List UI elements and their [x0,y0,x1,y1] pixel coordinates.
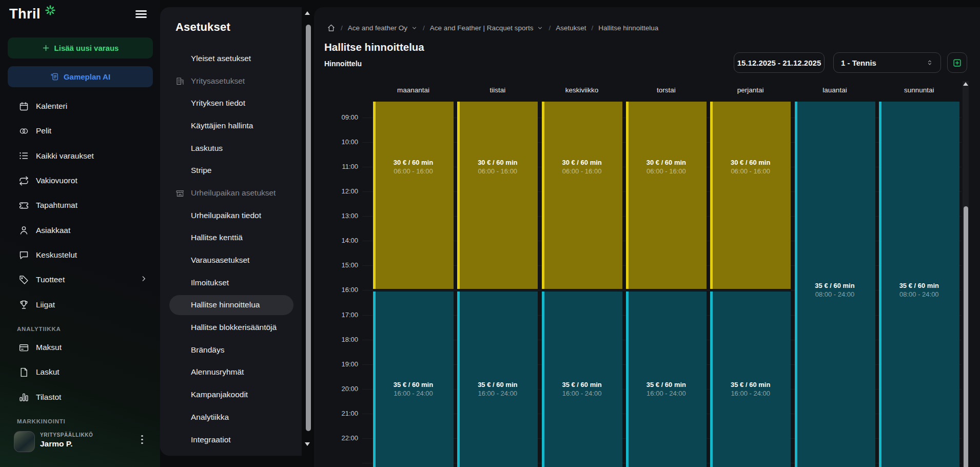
block-accent-stripe [457,291,460,467]
pricing-block-keskiviikko-teal[interactable]: 35 € / 60 min16:00 - 24:00 [542,291,622,467]
sidebar: Thril Lisää uusi varaus Gameplan AI Kale… [0,0,160,467]
tag-icon [18,275,29,285]
date-range-button[interactable]: 15.12.2025 - 21.12.2025 [734,52,825,73]
settings-item-valtuutukset[interactable]: Valtuutukset [160,451,302,456]
home-icon[interactable] [327,24,336,32]
pricing-block-perjantai-yellow[interactable]: 30 € / 60 min06:00 - 16:00 [710,102,791,289]
breadcrumb-item[interactable]: Ace and Feather | Racquet sports [430,24,544,32]
block-accent-stripe [542,291,544,467]
plus-icon [42,44,50,52]
settings-item-urheilupaikan-tiedot[interactable]: Urheilupaikan tiedot [160,204,302,227]
sidebar-item-label: Laskut [36,367,60,377]
sidebar-item-asiakkaat[interactable]: Asiakkaat [0,218,160,242]
pricing-block-tiistai-yellow[interactable]: 30 € / 60 min06:00 - 16:00 [457,102,538,289]
pricing-block-tiistai-teal[interactable]: 35 € / 60 min16:00 - 24:00 [457,291,538,467]
sidebar-item-kalenteri[interactable]: Kalenteri [0,94,160,119]
breadcrumb-separator: / [423,24,425,32]
time-label: 15:00 [328,261,358,269]
settings-item-label: Yrityksen tiedot [191,99,245,108]
block-accent-stripe [626,291,629,467]
block-price: 35 € / 60 min [542,381,622,388]
profile-role: YRITYSPÄÄLLIKKÖ [40,432,93,438]
block-time-range: 16:00 - 24:00 [626,390,707,397]
settings-item-alennusryhmät[interactable]: Alennusryhmät [160,361,302,384]
settings-item-label: Alennusryhmät [191,367,244,377]
sidebar-item-tuotteet[interactable]: Tuotteet [0,267,160,292]
add-booking-button[interactable]: Lisää uusi varaus [8,37,153,59]
pricing-block-lauantai-teal[interactable]: 35 € / 60 min08:00 - 24:00 [795,102,875,467]
add-booking-label: Lisää uusi varaus [54,44,119,52]
sidebar-item-keskustelut[interactable]: Keskustelut [0,243,160,267]
settings-item-hallitse-hinnoittelua[interactable]: Hallitse hinnoittelua [160,294,302,317]
gameplan-ai-button[interactable]: Gameplan AI [8,66,153,87]
settings-item-varausasetukset[interactable]: Varausasetukset [160,249,302,271]
user-profile[interactable]: YRITYSPÄÄLLIKKÖ Jarmo P. [0,430,160,457]
breadcrumb-item[interactable]: Ace and feather Oy [348,24,418,32]
block-label: 30 € / 60 min06:00 - 16:00 [710,159,791,175]
pricing-block-sunnuntai-teal[interactable]: 35 € / 60 min08:00 - 24:00 [879,102,959,467]
sidebar-item-pelit[interactable]: Pelit [0,119,160,143]
settings-item-yleiset-asetukset[interactable]: Yleiset asetukset [160,47,302,70]
time-label: 19:00 [328,360,358,368]
sidebar-item-liigat[interactable]: Liigat [0,292,160,317]
chevron-right-icon[interactable] [140,275,148,285]
block-price: 30 € / 60 min [542,159,622,166]
block-time-range: 06:00 - 16:00 [373,167,454,175]
block-price: 30 € / 60 min [710,159,791,166]
doc-icon [18,367,29,378]
menu-toggle-icon[interactable] [135,10,147,18]
block-time-range: 16:00 - 24:00 [373,390,454,397]
sidebar-item-tilastot[interactable]: Tilastot [0,385,160,410]
bars-icon [18,392,29,402]
sidebar-item-maksut[interactable]: Maksut [0,335,160,360]
day-header-tiistai: tiistai [457,86,538,94]
pricing-block-perjantai-teal[interactable]: 35 € / 60 min16:00 - 24:00 [710,291,791,467]
settings-item-laskutus[interactable]: Laskutus [160,137,302,160]
profile-menu-icon[interactable] [139,435,145,446]
settings-scroll-up-icon[interactable] [305,11,310,15]
pricing-block-keskiviikko-yellow[interactable]: 30 € / 60 min06:00 - 16:00 [542,102,622,289]
section-analytics: ANALYTIIKKA [17,326,61,332]
games-icon [18,126,29,137]
breadcrumb-item[interactable]: Asetukset [556,24,586,32]
sidebar-item-label: Maksut [36,343,62,352]
calendar-scroll-up-icon[interactable] [963,82,968,86]
sidebar-item-kaikki-varaukset[interactable]: Kaikki varaukset [0,144,160,168]
block-time-range: 06:00 - 16:00 [626,167,707,175]
settings-item-label: Integraatiot [191,435,231,444]
building-icon [175,76,185,86]
settings-item-hallitse-kenttiä[interactable]: Hallitse kenttiä [160,227,302,249]
settings-item-brändäys[interactable]: Brändäys [160,339,302,361]
settings-item-label: Yleiset asetukset [191,54,251,63]
settings-item-integraatiot[interactable]: Integraatiot [160,429,302,451]
app-window: Thril Lisää uusi varaus Gameplan AI Kale… [0,0,980,467]
settings-item-yrityksen-tiedot[interactable]: Yrityksen tiedot [160,92,302,114]
chevron-down-icon[interactable] [411,25,418,31]
settings-item-käyttäjien-hallinta[interactable]: Käyttäjien hallinta [160,114,302,137]
breadcrumb-item[interactable]: Hallitse hinnoittelua [598,24,658,32]
block-label: 35 € / 60 min08:00 - 24:00 [879,282,959,298]
court-select[interactable]: 1 - Tennis [833,52,941,73]
calendar-scrollbar-thumb[interactable] [964,206,968,467]
sidebar-item-vakiovuorot[interactable]: Vakiovuorot [0,168,160,193]
trophy-icon [18,299,29,310]
settings-item-kampanjakoodit[interactable]: Kampanjakoodit [160,383,302,406]
profile-name: Jarmo P. [40,439,72,449]
pricing-block-maanantai-yellow[interactable]: 30 € / 60 min06:00 - 16:00 [373,102,454,289]
breadcrumb: /Ace and feather Oy/Ace and Feather | Ra… [327,24,658,32]
sidebar-item-tapahtumat[interactable]: Tapahtumat [0,193,160,218]
settings-scroll-down-icon[interactable] [305,442,310,446]
settings-item-ilmoitukset[interactable]: Ilmoitukset [160,271,302,294]
settings-item-hallitse-blokkerisääntöjä[interactable]: Hallitse blokkerisääntöjä [160,316,302,339]
settings-scrollbar-thumb[interactable] [306,25,311,431]
sidebar-item-label: Tuotteet [36,275,65,284]
pricing-block-torstai-teal[interactable]: 35 € / 60 min16:00 - 24:00 [626,291,707,467]
sidebar-item-laskut[interactable]: Laskut [0,360,160,384]
settings-item-analytiikka[interactable]: Analytiikka [160,406,302,429]
pricing-block-maanantai-teal[interactable]: 35 € / 60 min16:00 - 24:00 [373,291,454,467]
add-pricing-button[interactable] [947,52,967,73]
settings-item-stripe[interactable]: Stripe [160,159,302,182]
pricing-block-torstai-yellow[interactable]: 30 € / 60 min06:00 - 16:00 [626,102,707,289]
block-accent-stripe [710,102,713,289]
chevron-down-icon[interactable] [537,25,543,31]
